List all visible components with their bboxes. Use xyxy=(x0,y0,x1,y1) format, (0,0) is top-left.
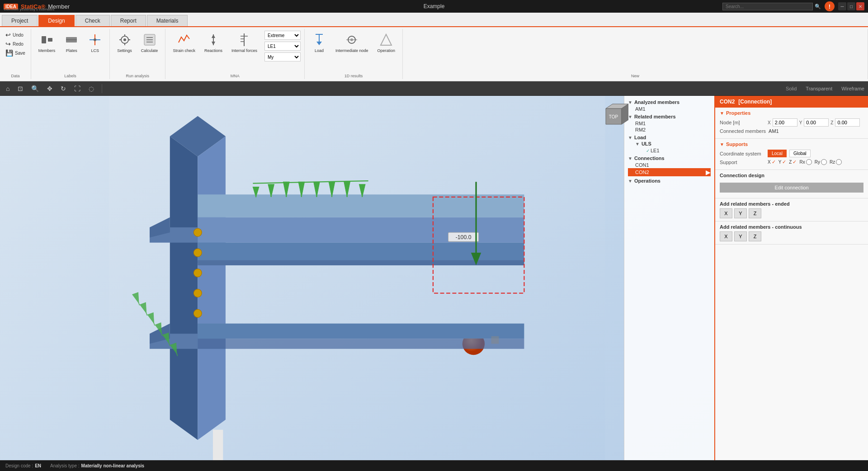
tree-item-rm1[interactable]: RM1 xyxy=(628,120,711,127)
operations-header[interactable]: ▼ Operations xyxy=(628,178,711,184)
redo-button[interactable]: ↪ Redo xyxy=(4,40,27,48)
connections-header[interactable]: ▼ Connections xyxy=(628,155,711,161)
tree-panel: ▼ Analyzed members AM1 ▼ Related members… xyxy=(624,96,714,460)
select-icon[interactable]: ◌ xyxy=(86,84,96,94)
save-icon: 💾 xyxy=(5,49,13,57)
undo-button[interactable]: ↩ Undo xyxy=(4,31,27,39)
analyzed-members-header[interactable]: ▼ Analyzed members xyxy=(628,99,711,105)
transparent-btn[interactable]: Transparent xyxy=(806,86,832,91)
ribbon-data-buttons: ↩ Undo ↪ Redo 💾 Save xyxy=(4,31,27,57)
viewport[interactable]: -100.0 xyxy=(0,96,714,460)
z-label: Z xyxy=(789,160,792,165)
supports-section: ▼ Supports Coordinate system Local Globa… xyxy=(715,139,868,170)
plates-button[interactable]: Plates xyxy=(61,31,82,55)
settings-button[interactable]: Settings xyxy=(113,31,136,55)
tab-project[interactable]: Project xyxy=(2,15,38,26)
connection-type: [Connection] xyxy=(738,99,772,105)
svg-marker-31 xyxy=(381,34,392,45)
reactions-icon xyxy=(206,33,221,47)
tree-item-le1[interactable]: ✓LE1 xyxy=(635,147,711,154)
search-bar[interactable]: 🔍 xyxy=(722,3,821,10)
minimize-button[interactable]: ─ xyxy=(838,2,846,10)
reactions-button[interactable]: Reactions xyxy=(201,31,226,55)
operation-label: Operation xyxy=(377,48,396,53)
rx-radio[interactable] xyxy=(806,159,812,165)
tree-item-con1[interactable]: CON1 xyxy=(628,162,711,168)
view-cube[interactable]: TOP xyxy=(597,99,628,132)
tree-item-rm2[interactable]: RM2 xyxy=(628,127,711,133)
members-button[interactable]: Members xyxy=(35,31,59,55)
svg-point-83 xyxy=(193,289,202,297)
notification-icon[interactable]: ! xyxy=(825,1,835,11)
ended-x-button[interactable]: X xyxy=(720,208,732,218)
internal-forces-button[interactable]: Internal forces xyxy=(228,31,261,55)
fit-icon[interactable]: ⛶ xyxy=(72,84,83,94)
continuous-x-button[interactable]: X xyxy=(720,231,732,241)
operation-button[interactable]: Operation xyxy=(374,31,399,55)
analyzed-arrow: ▼ xyxy=(628,100,632,105)
intermediate-node-button[interactable]: Intermediate node xyxy=(332,31,372,55)
ribbon-dropdowns: ExtremeAllMinMax LE1LE2LE3 MyMzVxN xyxy=(264,31,301,61)
ribbon-group-mna-label: MNA xyxy=(231,72,240,79)
ribbon-group-data: ↩ Undo ↪ Redo 💾 Save Data xyxy=(0,29,31,79)
tree-item-con2[interactable]: CON2 ▶ xyxy=(628,168,711,176)
svg-marker-33 xyxy=(170,137,198,440)
strain-check-button[interactable]: Strain check xyxy=(169,31,199,55)
rz-radio[interactable] xyxy=(836,159,842,165)
tab-materials[interactable]: Materials xyxy=(147,15,188,26)
save-label: Save xyxy=(15,51,25,56)
ended-y-button[interactable]: Y xyxy=(734,208,747,218)
svg-marker-86 xyxy=(198,339,524,349)
tab-check[interactable]: Check xyxy=(75,15,110,26)
le-select[interactable]: LE1LE2LE3 xyxy=(264,42,301,51)
internal-forces-icon xyxy=(237,33,251,47)
home-icon[interactable]: ⌂ xyxy=(4,84,12,94)
uls-header[interactable]: ▼ ULS xyxy=(635,141,711,146)
node-y-input[interactable] xyxy=(804,118,829,127)
tab-design[interactable]: Design xyxy=(38,15,74,26)
load-button[interactable]: Load xyxy=(308,31,330,55)
svg-point-8 xyxy=(123,38,126,41)
local-button[interactable]: Local xyxy=(768,150,787,157)
maximize-button[interactable]: □ xyxy=(847,2,855,10)
undo-icon: ↩ xyxy=(5,31,11,38)
operations-arrow: ▼ xyxy=(628,179,632,184)
search-input[interactable] xyxy=(722,3,813,10)
node-z-input[interactable] xyxy=(835,118,860,127)
global-button[interactable]: Global xyxy=(789,150,811,157)
search-icon[interactable]: 🔍 xyxy=(815,4,821,9)
ribbon-group-1d: Load Intermediate node Operation 1D resu… xyxy=(305,29,403,79)
continuous-y-button[interactable]: Y xyxy=(734,231,747,241)
wireframe-btn[interactable]: Wireframe xyxy=(841,86,864,91)
calculate-button[interactable]: Calculate xyxy=(137,31,162,55)
node-x-input[interactable] xyxy=(773,118,797,127)
tree-section-related: ▼ Related members RM1 RM2 xyxy=(628,114,711,133)
svg-point-80 xyxy=(193,228,202,236)
extreme-select[interactable]: ExtremeAllMinMax xyxy=(264,31,301,40)
save-button[interactable]: 💾 Save xyxy=(4,49,27,57)
lcs-icon xyxy=(88,33,102,47)
close-button[interactable]: ✕ xyxy=(856,2,864,10)
continuous-z-button[interactable]: Z xyxy=(749,231,761,241)
ribbon-group-new: New xyxy=(403,29,868,79)
support-rx: Rx xyxy=(799,159,811,165)
related-members-header[interactable]: ▼ Related members xyxy=(628,114,711,119)
load-header[interactable]: ▼ Load xyxy=(628,135,711,140)
rotate-icon[interactable]: ↻ xyxy=(58,84,68,94)
lcs-button[interactable]: LCS xyxy=(84,31,106,55)
settings-label: Settings xyxy=(117,48,132,53)
zoom-extents-icon[interactable]: ⊡ xyxy=(15,84,25,94)
reactions-label: Reactions xyxy=(204,48,222,53)
tree-item-am1[interactable]: AM1 xyxy=(628,106,711,112)
connected-members-label: Connected members xyxy=(720,128,766,134)
uls-label: ULS xyxy=(642,141,651,146)
tree-section-operations: ▼ Operations xyxy=(628,178,711,184)
my-select[interactable]: MyMzVxN xyxy=(264,52,301,61)
ended-z-button[interactable]: Z xyxy=(749,208,761,218)
ry-radio[interactable] xyxy=(821,159,827,165)
zoom-icon[interactable]: 🔍 xyxy=(29,84,41,94)
ribbon-group-labels-label: Labels xyxy=(64,72,76,79)
tab-report[interactable]: Report xyxy=(111,15,146,26)
edit-connection-button[interactable]: Edit connection xyxy=(720,183,863,193)
pan-icon[interactable]: ✥ xyxy=(45,84,55,94)
